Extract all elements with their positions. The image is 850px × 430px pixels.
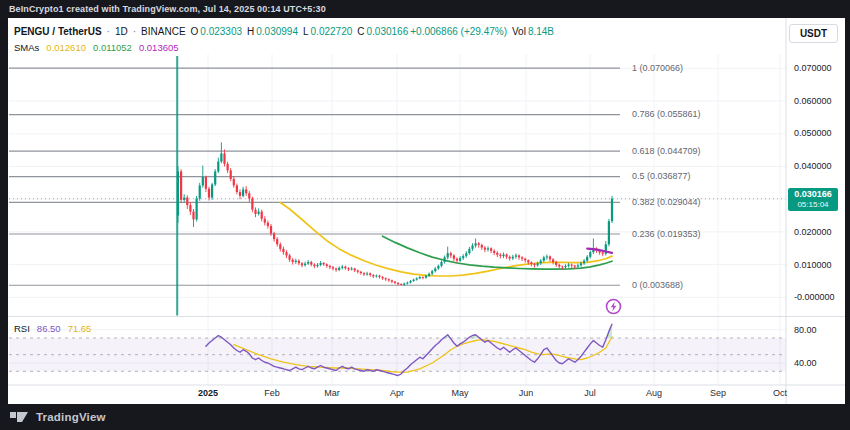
sma-value-purple: 0.013605 [139,42,179,53]
fib-level-label: 0.618 (0.044709) [632,146,701,156]
time-axis-label: May [438,388,482,398]
price-axis-label: -0.000000 [794,292,835,302]
price-axis-label: 0.050000 [794,128,832,138]
time-axis-label: Jul [568,388,612,398]
price-axis-label: 0.010000 [794,260,832,270]
chart-canvas[interactable] [0,0,850,430]
tradingview-logo-text[interactable]: TradingView [36,411,106,423]
last-price-badge[interactable]: 0.030166 05:15:04 [788,188,838,211]
time-axis-label: Mar [310,388,354,398]
open-value: 0.023303 [200,26,242,37]
high-value: 0.030994 [256,26,298,37]
close-value: 0.030166 [367,26,409,37]
low-value: 0.022720 [311,26,353,37]
sma-value-yellow: 0.012610 [46,42,86,53]
fib-level-label: 1 (0.070066) [632,63,683,73]
bar-countdown: 05:15:04 [788,200,838,210]
high-label: H [247,26,254,37]
sma-value-green: 0.011052 [93,42,132,53]
price-axis-label: 0.070000 [794,63,832,73]
rsi-legend-label: RSI [14,323,30,334]
time-axis-label: Feb [250,388,294,398]
time-axis-label: Apr [375,388,419,398]
chart-legend[interactable]: PENGU / TetherUS · 1D · BINANCE O 0.0233… [14,25,554,38]
rsi-indicator-legend[interactable]: RSI 86.50 71.65 [14,322,91,334]
currency-button[interactable]: USDT [789,24,838,43]
legend-separator: · [107,26,110,37]
price-axis-label: 0.040000 [794,161,832,171]
fib-level-label: 0.382 (0.029044) [632,197,701,207]
sma-indicator-legend[interactable]: SMAs 0.012610 0.011052 0.013605 [14,41,179,53]
rsi-axis-label: 40.00 [794,358,817,368]
symbol-title[interactable]: PENGU / TetherUS [14,26,102,37]
last-price-value: 0.030166 [788,188,838,200]
rsi-overbought-fill [206,324,612,338]
rsi-axis-label: 80.00 [794,325,817,335]
fib-level-label: 0.786 (0.055861) [632,109,701,119]
price-axis-label: 0.020000 [794,227,832,237]
time-axis-label: 2025 [186,388,230,398]
tradingview-logo-icon[interactable] [9,409,29,425]
change-value: +0.006866 (+29.47%) [410,26,507,37]
candles-series[interactable] [177,142,613,285]
fib-level-label: 0 (0.003688) [632,280,683,290]
flash-marker-hotspot[interactable] [605,298,622,315]
rsi-ma-value: 71.65 [68,323,92,334]
time-axis-label: Oct [758,388,802,398]
close-label: C [357,26,364,37]
exchange-label: BINANCE [141,26,185,37]
volume-value: 8.14B [528,26,554,37]
time-axis-label: Sep [696,388,740,398]
volume-label: Vol [512,26,526,37]
low-label: L [303,26,309,37]
price-axis-label: 0.060000 [794,96,832,106]
timeframe-label[interactable]: 1D [115,26,128,37]
footer-bar: TradingView [0,404,850,430]
legend-separator: · [133,26,136,37]
sma-legend-label: SMAs [14,42,39,53]
fib-level-label: 0.5 (0.036877) [632,171,691,181]
time-axis-label: Jun [504,388,548,398]
rsi-value: 86.50 [37,323,61,334]
fib-level-label: 0.236 (0.019353) [632,229,701,239]
time-axis-label: Aug [632,388,676,398]
open-label: O [191,26,199,37]
